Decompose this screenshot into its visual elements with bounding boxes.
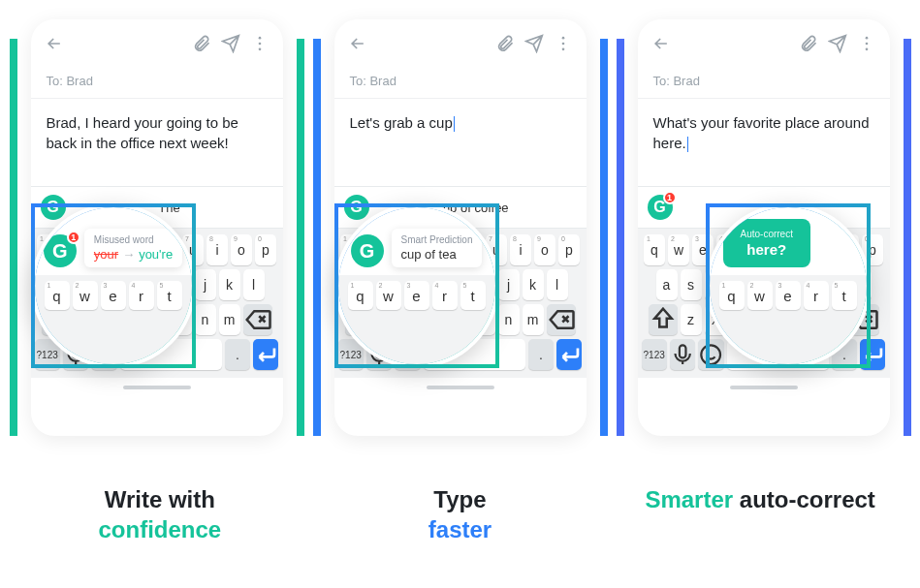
mag-key-w[interactable]: 2w (73, 281, 98, 310)
shift-key[interactable] (649, 304, 678, 335)
app-topbar (334, 19, 587, 68)
message-body[interactable]: Brad, I heard your going to be back in t… (31, 99, 283, 186)
period-key[interactable]: . (528, 339, 554, 370)
accent-bar (313, 39, 321, 436)
mag-key-t[interactable]: 5t (157, 281, 182, 310)
suggestion-card[interactable]: Misused word your→you're (84, 229, 182, 267)
key-m[interactable]: m (523, 304, 544, 335)
mic-key[interactable] (670, 339, 695, 370)
attach-icon[interactable] (799, 34, 818, 53)
app-topbar (638, 19, 890, 68)
autocorrect-card[interactable]: Auto-correct here? (723, 219, 810, 267)
enter-key[interactable] (556, 339, 582, 370)
key-k[interactable]: k (219, 269, 240, 300)
key-p[interactable]: 0p (255, 234, 276, 265)
mag-key-e[interactable]: 3e (776, 281, 801, 310)
mag-key-t[interactable]: 5t (832, 281, 857, 310)
home-indicator (427, 386, 494, 389)
send-icon[interactable] (828, 34, 847, 53)
svg-point-10 (865, 37, 868, 40)
key-j[interactable]: j (195, 269, 216, 300)
suggestion-card[interactable]: Smart Prediction cup of tea (392, 229, 483, 267)
magnifier-bubble: G1 Misused word your→you're 1q2w3e4r5t (31, 203, 196, 368)
feature-caption: Smarter auto-correct (615, 484, 905, 544)
send-icon[interactable] (221, 34, 240, 53)
backspace-key[interactable] (547, 304, 576, 335)
mag-key-r[interactable]: 4r (432, 281, 458, 310)
back-icon[interactable] (45, 34, 64, 53)
key-w[interactable]: 2w (668, 234, 689, 265)
key-j[interactable]: j (498, 269, 520, 300)
key-n[interactable]: n (498, 304, 520, 335)
key-l[interactable]: l (547, 269, 568, 300)
svg-rect-13 (680, 345, 686, 357)
accent-bar (904, 39, 911, 436)
home-indicator (730, 386, 798, 389)
key-s[interactable]: s (681, 269, 702, 300)
back-icon[interactable] (651, 34, 671, 53)
back-icon[interactable] (348, 34, 367, 53)
period-key[interactable]: . (225, 339, 250, 370)
mag-key-r[interactable]: 4r (129, 281, 154, 310)
magnifier-bubble: Auto-correct here? 1q2w3e4r5t (706, 203, 871, 368)
attach-icon[interactable] (495, 34, 515, 53)
attach-icon[interactable] (192, 34, 211, 53)
svg-point-14 (701, 345, 720, 364)
send-icon[interactable] (524, 34, 544, 53)
mag-key-w[interactable]: 2w (376, 281, 401, 310)
more-icon[interactable] (250, 34, 270, 53)
key-q[interactable]: 1q (644, 234, 665, 265)
key-o[interactable]: 9o (534, 234, 555, 265)
recipient-field[interactable]: To: Brad (334, 68, 587, 99)
svg-point-6 (561, 43, 564, 46)
mag-key-e[interactable]: 3e (404, 281, 429, 310)
mag-key-t[interactable]: 5t (460, 281, 486, 310)
more-icon[interactable] (857, 34, 876, 53)
grammarly-icon[interactable]: G1 (648, 195, 673, 220)
svg-point-5 (561, 37, 564, 40)
key-i[interactable]: 8i (510, 234, 531, 265)
key-p[interactable]: 0p (558, 234, 580, 265)
accent-bar (10, 39, 17, 436)
alert-badge: 1 (663, 191, 677, 204)
home-indicator (123, 386, 191, 389)
feature-caption: Write with confidence (15, 484, 305, 544)
grammarly-icon[interactable]: G (344, 195, 369, 220)
svg-point-12 (865, 48, 868, 51)
mag-key-q[interactable]: 1q (719, 281, 745, 310)
svg-point-11 (865, 43, 868, 46)
key-k[interactable]: k (523, 269, 544, 300)
recipient-field[interactable]: To: Brad (638, 68, 890, 99)
emoji-key[interactable] (698, 339, 723, 370)
svg-point-7 (561, 48, 564, 51)
mag-key-w[interactable]: 2w (747, 281, 773, 310)
alert-badge: 1 (67, 231, 80, 244)
key-o[interactable]: 9o (231, 234, 252, 265)
key-a[interactable]: a (656, 269, 678, 300)
accent-bar (600, 39, 608, 436)
mag-key-q[interactable]: 1q (348, 281, 373, 310)
enter-key[interactable] (253, 339, 278, 370)
enter-key[interactable] (860, 339, 885, 370)
grammarly-icon[interactable]: G (351, 234, 384, 267)
mag-key-q[interactable]: 1q (45, 281, 70, 310)
more-icon[interactable] (554, 34, 573, 53)
key-m[interactable]: m (219, 304, 240, 335)
mag-key-r[interactable]: 4r (804, 281, 829, 310)
key-n[interactable]: n (195, 304, 216, 335)
message-body[interactable]: Let's grab a cup (334, 99, 587, 186)
grammarly-icon[interactable]: G (41, 195, 66, 220)
key-i[interactable]: 8i (206, 234, 228, 265)
symbols-key[interactable]: ?123 (642, 339, 667, 370)
key-l[interactable]: l (243, 269, 265, 300)
accent-bar (617, 39, 624, 436)
app-topbar (31, 19, 283, 68)
recipient-field[interactable]: To: Brad (31, 68, 283, 99)
accent-bar (297, 39, 304, 436)
message-body[interactable]: What's your favorite place around here. (638, 99, 890, 186)
mag-key-e[interactable]: 3e (101, 281, 126, 310)
backspace-key[interactable] (243, 304, 272, 335)
grammarly-icon[interactable]: G1 (44, 234, 77, 267)
key-z[interactable]: z (681, 304, 702, 335)
svg-point-2 (258, 48, 261, 51)
